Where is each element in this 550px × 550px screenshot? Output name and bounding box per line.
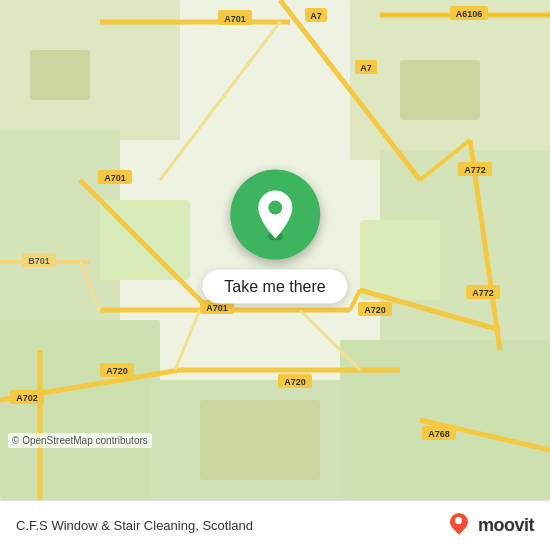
svg-text:A768: A768 (428, 429, 450, 439)
svg-text:A701: A701 (104, 173, 126, 183)
svg-text:A701: A701 (224, 14, 246, 24)
map-container: A701 A7 A7 A6106 A701 A772 A772 B701 A70… (0, 0, 550, 500)
svg-rect-9 (360, 220, 440, 300)
svg-rect-12 (200, 400, 320, 480)
svg-text:A7: A7 (360, 63, 372, 73)
location-popup: Take me there (202, 170, 347, 304)
moovit-brand-text: moovit (478, 515, 534, 536)
map-pin-icon (251, 189, 299, 241)
svg-text:B701: B701 (28, 256, 50, 266)
take-me-there-button[interactable]: Take me there (202, 270, 347, 304)
svg-rect-10 (30, 50, 90, 100)
svg-text:A701: A701 (206, 303, 228, 313)
svg-text:A772: A772 (472, 288, 494, 298)
popup-pin-bubble (230, 170, 320, 260)
svg-text:A7: A7 (310, 11, 322, 21)
moovit-logo: moovit (448, 513, 534, 539)
location-info: C.F.S Window & Stair Cleaning, Scotland (16, 518, 253, 533)
moovit-pin-dot (455, 517, 462, 524)
svg-rect-5 (0, 320, 160, 500)
svg-rect-7 (340, 340, 550, 500)
svg-text:A720: A720 (364, 305, 386, 315)
bottom-bar: C.F.S Window & Stair Cleaning, Scotland … (0, 500, 550, 550)
svg-point-61 (268, 201, 282, 215)
svg-text:A6106: A6106 (456, 9, 483, 19)
osm-credit: © OpenStreetMap contributors (8, 433, 152, 448)
svg-rect-11 (400, 60, 480, 120)
svg-text:A720: A720 (284, 377, 306, 387)
svg-text:A702: A702 (16, 393, 38, 403)
svg-text:A772: A772 (464, 165, 486, 175)
svg-text:A720: A720 (106, 366, 128, 376)
